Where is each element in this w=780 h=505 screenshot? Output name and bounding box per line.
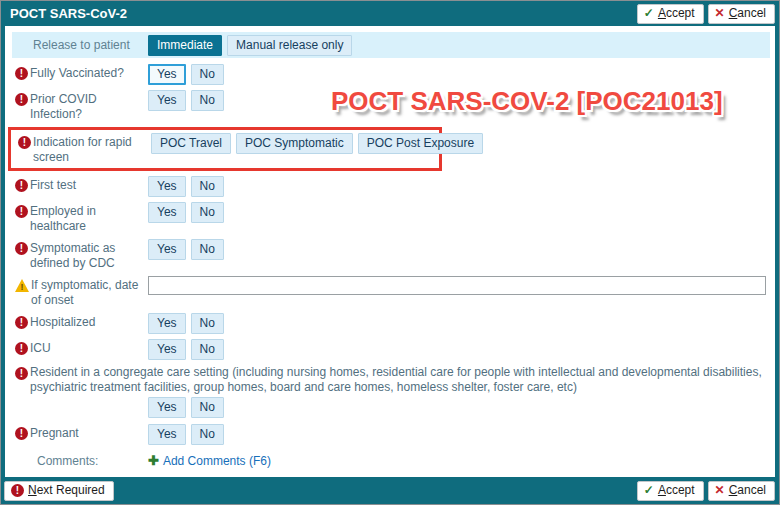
question-controls: Yes No bbox=[148, 239, 770, 260]
yes-button[interactable]: Yes bbox=[148, 202, 186, 223]
question-label: Employed in healthcare bbox=[28, 204, 148, 234]
question-label-wrap: ! Employed in healthcare bbox=[15, 202, 148, 234]
yes-button[interactable]: Yes bbox=[148, 397, 186, 418]
plus-icon: ✚ bbox=[148, 453, 159, 468]
question-label: Resident in a congregate care setting (i… bbox=[28, 365, 766, 395]
cross-icon: ✕ bbox=[715, 6, 725, 20]
release-label: Release to patient bbox=[33, 38, 148, 52]
no-button[interactable]: No bbox=[191, 339, 224, 360]
no-button[interactable]: No bbox=[191, 202, 224, 223]
required-icon: ! bbox=[15, 205, 28, 218]
question-label: Prior COVID Infection? bbox=[28, 92, 148, 122]
no-button[interactable]: No bbox=[191, 176, 224, 197]
question-label-wrap: ! First test bbox=[15, 176, 148, 193]
question-controls: Yes No bbox=[148, 176, 770, 197]
cancel-label: Cancel bbox=[729, 483, 766, 497]
question-label: ICU bbox=[28, 341, 148, 356]
no-button[interactable]: No bbox=[191, 64, 224, 85]
comments-row: Comments: ✚ Add Comments (F6) bbox=[37, 450, 770, 471]
question-label: Hospitalized bbox=[28, 315, 148, 330]
question-label: Pregnant bbox=[28, 426, 148, 441]
no-button[interactable]: No bbox=[191, 313, 224, 334]
order-dialog: POCT SARS-CoV-2 ✓ Accept ✕ Cancel POCT S… bbox=[0, 0, 780, 505]
question-controls: Yes No bbox=[148, 64, 770, 85]
accept-label: Accept bbox=[658, 483, 695, 497]
red-annotation-box: ! Indication for rapid screen POC Travel… bbox=[8, 127, 442, 171]
yes-button[interactable]: Yes bbox=[148, 313, 186, 334]
check-icon: ✓ bbox=[644, 6, 654, 20]
release-option-manual[interactable]: Manual release only bbox=[227, 35, 352, 56]
question-row-first-test: ! First test Yes No bbox=[15, 176, 770, 197]
yes-button[interactable]: Yes bbox=[148, 339, 186, 360]
question-label: First test bbox=[28, 178, 148, 193]
no-button[interactable]: No bbox=[191, 90, 224, 111]
date-of-onset-input[interactable] bbox=[148, 276, 766, 295]
question-row-prior-covid: ! Prior COVID Infection? Yes No bbox=[15, 90, 770, 122]
dialog-bottombar: ! Next Required ✓ Accept ✕ Cancel bbox=[1, 477, 779, 504]
required-icon: ! bbox=[15, 242, 28, 255]
yes-button[interactable]: Yes bbox=[148, 239, 186, 260]
question-row-congregate-care: ! Resident in a congregate care setting … bbox=[15, 365, 770, 395]
required-icon: ! bbox=[15, 316, 28, 329]
question-row-pregnant: ! Pregnant Yes No bbox=[15, 424, 770, 445]
question-label-wrap: ! Prior COVID Infection? bbox=[15, 90, 148, 122]
yes-button[interactable]: Yes bbox=[148, 64, 186, 85]
add-comments-label: Add Comments (F6) bbox=[163, 454, 271, 468]
required-icon: ! bbox=[15, 179, 28, 192]
cancel-label: Cancel bbox=[729, 6, 766, 20]
no-button[interactable]: No bbox=[191, 397, 224, 418]
bottombar-left: ! Next Required bbox=[4, 481, 637, 501]
accept-button-top[interactable]: ✓ Accept bbox=[637, 4, 704, 24]
question-label: If symptomatic, date of onset bbox=[29, 278, 148, 308]
question-label: Symptomatic as defined by CDC bbox=[28, 241, 148, 271]
no-button[interactable]: No bbox=[191, 424, 224, 445]
check-icon: ✓ bbox=[644, 483, 654, 497]
question-label: Fully Vaccinated? bbox=[28, 66, 148, 81]
required-icon: ! bbox=[15, 93, 28, 106]
dialog-titlebar: POCT SARS-CoV-2 ✓ Accept ✕ Cancel bbox=[1, 1, 779, 26]
required-icon: ! bbox=[15, 67, 28, 80]
poc-post-exposure-button[interactable]: POC Post Exposure bbox=[358, 133, 483, 154]
question-controls-congregate: Yes No bbox=[148, 397, 770, 418]
accept-button-bottom[interactable]: ✓ Accept bbox=[637, 481, 704, 501]
cancel-button-top[interactable]: ✕ Cancel bbox=[708, 4, 775, 24]
no-button[interactable]: No bbox=[191, 239, 224, 260]
question-label: Indication for rapid screen bbox=[31, 135, 151, 165]
question-row-hospitalized: ! Hospitalized Yes No bbox=[15, 313, 770, 334]
question-controls: Yes No bbox=[148, 90, 770, 111]
question-controls: Yes No bbox=[148, 339, 770, 360]
question-row-indication: ! Indication for rapid screen POC Travel… bbox=[18, 133, 439, 165]
yes-button[interactable]: Yes bbox=[148, 176, 186, 197]
next-required-label: Next Required bbox=[28, 483, 105, 497]
question-row-date-of-onset: ! If symptomatic, date of onset bbox=[15, 276, 770, 308]
dialog-title: POCT SARS-CoV-2 bbox=[10, 6, 637, 21]
cross-icon: ✕ bbox=[715, 483, 725, 497]
poc-symptomatic-button[interactable]: POC Symptomatic bbox=[236, 133, 353, 154]
required-icon: ! bbox=[15, 367, 28, 380]
dialog-content: POCT SARS-COV-2 [POC21013] Release to pa… bbox=[1, 26, 779, 477]
cancel-button-bottom[interactable]: ✕ Cancel bbox=[708, 481, 775, 501]
question-controls: Yes No bbox=[148, 424, 770, 445]
yes-button[interactable]: Yes bbox=[148, 424, 186, 445]
yes-button[interactable]: Yes bbox=[148, 90, 186, 111]
bottombar-right: ✓ Accept ✕ Cancel bbox=[637, 481, 775, 501]
release-option-immediate[interactable]: Immediate bbox=[148, 35, 222, 56]
titlebar-buttons: ✓ Accept ✕ Cancel bbox=[637, 4, 775, 24]
question-label-wrap: ! Fully Vaccinated? bbox=[15, 64, 148, 81]
question-row-fully-vaccinated: ! Fully Vaccinated? Yes No bbox=[15, 64, 770, 85]
required-icon: ! bbox=[15, 427, 28, 440]
question-controls: POC Travel POC Symptomatic POC Post Expo… bbox=[151, 133, 483, 154]
release-options: Immediate Manual release only bbox=[148, 35, 352, 56]
accept-label: Accept bbox=[658, 6, 695, 20]
next-required-button[interactable]: ! Next Required bbox=[4, 481, 114, 501]
question-row-icu: ! ICU Yes No bbox=[15, 339, 770, 360]
add-comments-link[interactable]: ✚ Add Comments (F6) bbox=[148, 453, 271, 468]
question-controls: Yes No bbox=[148, 313, 770, 334]
question-controls: Yes No bbox=[148, 202, 770, 223]
poc-travel-button[interactable]: POC Travel bbox=[151, 133, 231, 154]
warning-icon: ! bbox=[15, 279, 29, 292]
required-icon: ! bbox=[15, 342, 28, 355]
question-label-wrap: ! Indication for rapid screen bbox=[18, 133, 151, 165]
question-label-wrap: ! If symptomatic, date of onset bbox=[15, 276, 148, 308]
question-row-symptomatic-cdc: ! Symptomatic as defined by CDC Yes No bbox=[15, 239, 770, 271]
